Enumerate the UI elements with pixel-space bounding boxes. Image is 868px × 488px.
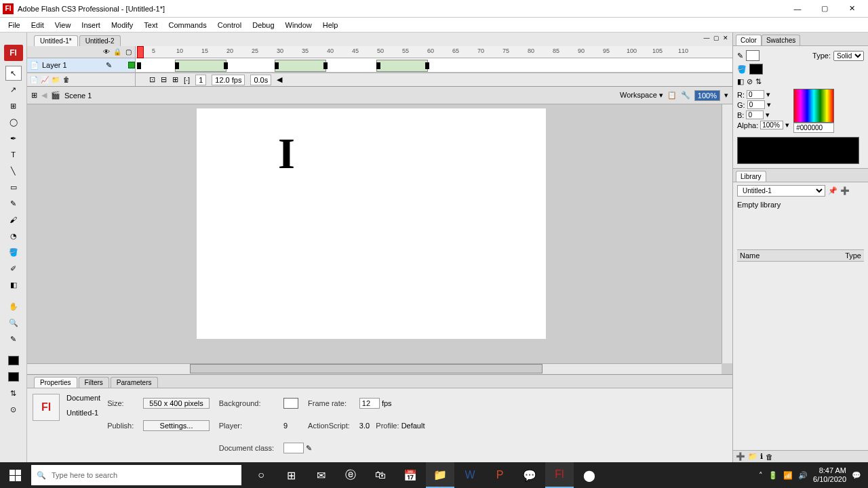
delete-icon[interactable]: 🗑 <box>766 453 773 461</box>
workspace-dropdown[interactable]: Workspace ▾ <box>620 91 663 100</box>
edge-icon[interactable]: ⓔ <box>336 462 365 488</box>
stage-text[interactable]: I <box>278 129 295 179</box>
tab-color[interactable]: Color <box>736 35 762 45</box>
zoom-select[interactable]: 100% <box>694 90 720 101</box>
alpha-spinner-icon[interactable]: ▾ <box>785 121 789 129</box>
stroke-swatch[interactable] <box>5 353 22 368</box>
properties-icon[interactable]: ℹ <box>760 452 763 461</box>
g-spinner-icon[interactable]: ▾ <box>767 100 771 109</box>
swap-colors-icon[interactable]: ⇅ <box>755 77 762 86</box>
publish-settings-button[interactable]: Settings... <box>143 420 210 431</box>
onion-skin-icon[interactable]: ⊡ <box>149 75 155 84</box>
hex-input[interactable] <box>793 123 834 133</box>
new-folder-button[interactable]: 📁 <box>52 76 60 84</box>
new-library-icon[interactable]: ➕ <box>840 186 850 195</box>
wifi-icon[interactable]: 📶 <box>783 471 793 480</box>
battery-icon[interactable]: 🔋 <box>768 471 778 480</box>
selection-tool[interactable]: ↖ <box>5 66 22 81</box>
menu-text[interactable]: Text <box>138 20 163 30</box>
start-button[interactable] <box>0 462 30 488</box>
layer-row[interactable]: 📄 Layer 1 ✎ <box>27 58 135 73</box>
b-input[interactable] <box>746 110 764 119</box>
onion-outlines-icon[interactable]: ⊟ <box>161 75 167 84</box>
paint-bucket-tool[interactable]: 🪣 <box>5 245 22 260</box>
scene-name[interactable]: Scene 1 <box>64 92 92 100</box>
tween-span-2[interactable] <box>275 60 326 72</box>
task-view-icon[interactable]: ⊞ <box>277 462 305 488</box>
line-icon[interactable]: 💬 <box>515 462 544 488</box>
frame-row[interactable] <box>136 58 732 73</box>
menu-window[interactable]: Window <box>280 20 317 30</box>
edit-scene-icon[interactable]: ⊞ <box>31 91 37 100</box>
library-col-type[interactable]: Type <box>845 251 861 260</box>
black-white-icon[interactable]: ◧ <box>737 77 744 86</box>
fill-type-select[interactable]: Solid <box>833 51 864 61</box>
calendar-icon[interactable]: 📅 <box>396 462 425 488</box>
timeline-close-icon[interactable]: ✕ <box>722 34 730 42</box>
modify-markers-icon[interactable]: [·] <box>184 76 190 84</box>
edit-symbol-button[interactable]: 🔧 <box>681 91 690 100</box>
doc-tab-2[interactable]: Untitled-2 <box>79 35 121 46</box>
size-button[interactable]: 550 x 400 pixels <box>143 398 210 409</box>
keyframe[interactable] <box>376 62 380 69</box>
new-layer-button[interactable]: 📄 <box>30 76 38 84</box>
menu-view[interactable]: View <box>50 20 77 30</box>
g-input[interactable] <box>747 100 765 109</box>
menu-modify[interactable]: Modify <box>106 20 138 30</box>
text-tool[interactable]: T <box>5 147 22 162</box>
b-spinner-icon[interactable]: ▾ <box>766 110 770 119</box>
fill-swatch[interactable] <box>5 369 22 384</box>
snap-toggle[interactable]: ⊙ <box>5 402 22 417</box>
stroke-color-swatch[interactable] <box>746 50 760 61</box>
zoom-dropdown-icon[interactable]: ▾ <box>724 91 728 100</box>
word-icon[interactable]: W <box>456 462 484 488</box>
doc-tab-1[interactable]: Untitled-1* <box>34 35 78 46</box>
r-spinner-icon[interactable]: ▾ <box>766 90 770 99</box>
lasso-tool[interactable]: ◯ <box>5 115 22 129</box>
tab-library[interactable]: Library <box>736 171 766 182</box>
new-motion-guide-button[interactable]: 📈 <box>41 76 49 84</box>
lock-icon[interactable]: 🔒 <box>113 47 121 56</box>
edit-multiple-icon[interactable]: ⊞ <box>172 75 178 84</box>
ink-bottle-tool[interactable]: ◔ <box>5 228 22 243</box>
zoom-tool[interactable]: 🔍 <box>5 315 22 330</box>
delete-layer-button[interactable]: 🗑 <box>62 76 71 84</box>
tab-swatches[interactable]: Swatches <box>762 35 800 45</box>
flash-taskbar-icon[interactable]: Fl <box>545 462 574 488</box>
back-icon[interactable]: ◀ <box>41 91 47 100</box>
brush-tool[interactable]: 🖌 <box>5 212 22 227</box>
keyframe[interactable] <box>425 62 429 69</box>
document-class-input[interactable] <box>283 443 304 453</box>
keyframe[interactable] <box>137 62 141 69</box>
mail-icon[interactable]: ✉ <box>307 462 335 488</box>
pin-library-icon[interactable]: 📌 <box>828 186 837 195</box>
volume-icon[interactable]: 🔊 <box>798 471 808 480</box>
edit-class-icon[interactable]: ✎ <box>306 444 312 452</box>
scrollbar-thumb[interactable] <box>190 364 542 373</box>
pen-tool[interactable]: ✒ <box>5 131 22 146</box>
vertical-scrollbar[interactable] <box>722 104 732 363</box>
edit-scene-button[interactable]: 📋 <box>667 91 677 100</box>
tween-span-1[interactable] <box>175 60 226 72</box>
library-document-select[interactable]: Untitled-1 <box>737 185 825 197</box>
obs-icon[interactable]: ⬤ <box>575 462 604 488</box>
keyframe[interactable] <box>175 62 179 69</box>
tab-properties[interactable]: Properties <box>34 377 77 388</box>
stroke-color-tool[interactable]: ✎ <box>5 331 22 346</box>
notifications-icon[interactable]: 💬 <box>852 471 861 480</box>
swap-colors[interactable]: ⇅ <box>5 386 22 401</box>
tab-filters[interactable]: Filters <box>79 377 109 388</box>
menu-commands[interactable]: Commands <box>163 20 212 30</box>
horizontal-scrollbar[interactable] <box>27 363 722 374</box>
eyedropper-tool[interactable]: ✐ <box>5 261 22 276</box>
menu-edit[interactable]: Edit <box>26 20 50 30</box>
subselection-tool[interactable]: ↗ <box>5 82 22 97</box>
keyframe[interactable] <box>224 62 228 69</box>
store-icon[interactable]: 🛍 <box>366 462 395 488</box>
minimize-button[interactable]: — <box>789 3 806 15</box>
eraser-tool[interactable]: ◧ <box>5 277 22 292</box>
menu-help[interactable]: Help <box>317 20 344 30</box>
menu-file[interactable]: File <box>3 20 26 30</box>
stroke-color-icon[interactable]: ✎ <box>737 52 743 60</box>
powerpoint-icon[interactable]: P <box>486 462 514 488</box>
